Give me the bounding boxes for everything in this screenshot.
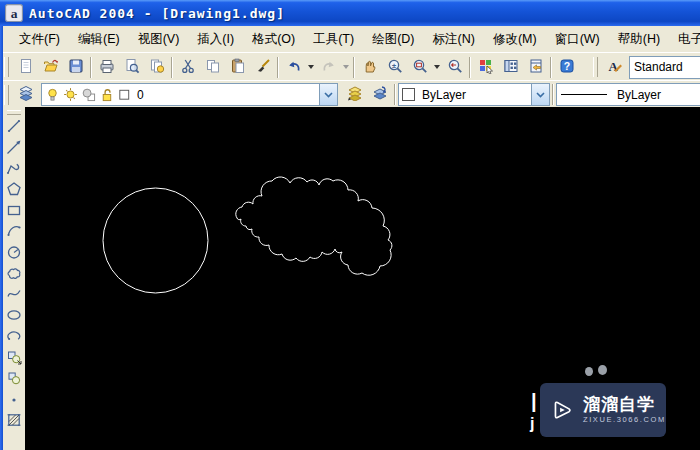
zoom-window-dropdown[interactable] (432, 56, 442, 79)
paste-button[interactable] (225, 55, 250, 80)
chevron-down-icon (343, 65, 349, 69)
toolbar-grip[interactable] (4, 57, 9, 77)
revision-cloud-entity[interactable] (236, 177, 392, 275)
menu-item[interactable]: 工具(T) (304, 28, 363, 51)
zoom-previous-button[interactable] (442, 55, 467, 80)
new-file-button[interactable] (13, 55, 38, 80)
linetype-value: ByLayer (613, 88, 665, 102)
menu-item[interactable]: 绘图(D) (363, 28, 423, 51)
menu-item[interactable]: 插入(I) (188, 28, 243, 51)
watermark-fragment: j (530, 415, 534, 433)
layer-manager-button[interactable] (13, 82, 38, 107)
color-value: ByLayer (418, 88, 470, 102)
match-properties-button[interactable] (250, 55, 275, 80)
menu-item[interactable]: 文件(F) (10, 28, 69, 51)
rectangle-icon (6, 202, 22, 221)
hatch-tool-button[interactable] (4, 411, 25, 432)
cut-button[interactable] (175, 55, 200, 80)
styles-toolbar-grip[interactable] (593, 57, 598, 77)
zoom-window-icon (412, 58, 428, 77)
toolbar-separator (277, 57, 279, 78)
menu-item[interactable]: 标注(N) (424, 28, 484, 51)
menu-item[interactable]: 电子签名 (669, 28, 700, 51)
menu-item[interactable]: 视图(V) (129, 28, 189, 51)
ellipse-arc-tool-button[interactable] (4, 327, 25, 348)
layer-previous-icon (372, 85, 388, 104)
sun-icon[interactable] (62, 86, 79, 103)
menu-item[interactable]: 窗口(W) (546, 28, 609, 51)
plot-preview-icon (124, 58, 140, 77)
drawing-canvas[interactable]: | j 溜溜自学 ZIXUE.3066.COM (25, 107, 700, 450)
text-style-combo[interactable]: Standard (629, 56, 700, 79)
undo-icon (286, 58, 302, 77)
linetype-line-sample (561, 94, 607, 95)
bulb-on-icon[interactable] (44, 86, 61, 103)
polyline-icon (6, 160, 22, 179)
zoom-realtime-button[interactable]: ± (382, 55, 407, 80)
redo-button[interactable] (316, 55, 341, 80)
current-layer-name: 0 (133, 88, 148, 102)
color-combo[interactable]: ByLayer (398, 83, 550, 106)
save-button[interactable] (63, 55, 88, 80)
polyline-tool-button[interactable] (4, 159, 25, 180)
menu-item[interactable]: 修改(M) (484, 28, 546, 51)
point-tool-button[interactable] (4, 390, 25, 411)
watermark-dot (598, 365, 607, 375)
color-swatch-white-icon[interactable] (116, 86, 133, 103)
unlock-icon[interactable] (98, 86, 115, 103)
insert-block-tool-button[interactable] (4, 348, 25, 369)
draw-toolbar-grip[interactable] (7, 110, 21, 115)
spline-tool-button[interactable] (4, 285, 25, 306)
text-style-button[interactable]: A (602, 55, 627, 80)
help-button[interactable]: ? (554, 55, 579, 80)
plot-button[interactable] (94, 55, 119, 80)
title-bar[interactable]: a AutoCAD 2004 - [Drawing1.dwg] (0, 0, 700, 26)
arc-tool-button[interactable] (4, 222, 25, 243)
chevron-down-icon[interactable] (319, 84, 337, 105)
layer-previous-button[interactable] (367, 82, 392, 107)
menu-bar: 文件(F)编辑(E)视图(V)插入(I)格式(O)工具(T)绘图(D)标注(N)… (0, 26, 700, 53)
pan-button[interactable] (357, 55, 382, 80)
rectangle-tool-button[interactable] (4, 201, 25, 222)
menu-item[interactable]: 格式(O) (243, 28, 304, 51)
circle-entity[interactable] (103, 188, 208, 293)
make-object-layer-current-button[interactable] (342, 82, 367, 107)
copy-icon (205, 58, 221, 77)
undo-button[interactable] (281, 55, 306, 80)
circle-tool-button[interactable] (4, 243, 25, 264)
copy-button[interactable] (200, 55, 225, 80)
construction-line-tool-button[interactable] (4, 138, 25, 159)
plot-preview-button[interactable] (119, 55, 144, 80)
make-block-tool-button[interactable] (4, 369, 25, 390)
chevron-down-icon[interactable] (531, 84, 549, 105)
polygon-icon (6, 181, 22, 200)
layers-toolbar-grip[interactable] (4, 85, 9, 105)
publish-button[interactable] (144, 55, 169, 80)
open-file-button[interactable] (38, 55, 63, 80)
svg-text:a: a (11, 6, 18, 21)
tool-palettes-button[interactable] (523, 55, 548, 80)
line-tool-button[interactable] (4, 117, 25, 138)
undo-dropdown[interactable] (306, 56, 316, 79)
menu-item[interactable]: 帮助(H) (609, 28, 669, 51)
freeze-viewport-icon[interactable] (80, 86, 97, 103)
revision-cloud-tool-button[interactable] (4, 264, 25, 285)
linetype-combo[interactable]: ByLayer (556, 83, 700, 106)
insert-block-icon (6, 349, 22, 368)
design-center-button[interactable] (498, 55, 523, 80)
menu-item[interactable]: 编辑(E) (69, 28, 129, 51)
zoom-window-button[interactable] (407, 55, 432, 80)
watermark-badge: 溜溜自学 ZIXUE.3066.COM (540, 383, 666, 437)
layer-combo[interactable]: 0 (41, 83, 338, 106)
polygon-tool-button[interactable] (4, 180, 25, 201)
toolbar-separator (552, 84, 554, 105)
cut-icon (180, 58, 196, 77)
line-icon (6, 118, 22, 137)
properties-button[interactable] (473, 55, 498, 80)
color-swatch (402, 88, 415, 101)
chevron-down-icon (308, 65, 314, 69)
redo-dropdown[interactable] (341, 56, 351, 79)
help-icon: ? (559, 58, 575, 77)
ellipse-tool-button[interactable] (4, 306, 25, 327)
layers-toolbar: 0 ByLayer ByLayer (0, 80, 700, 109)
